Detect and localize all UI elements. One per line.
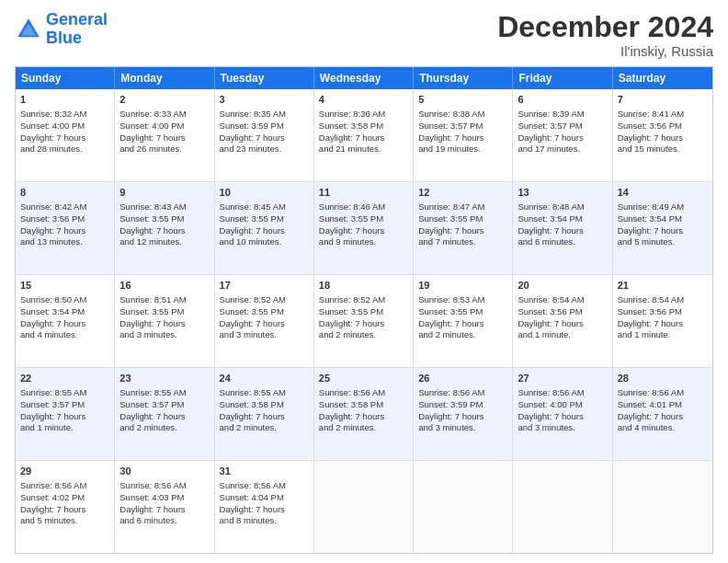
header-tuesday: Tuesday <box>215 67 314 89</box>
day-info-line: Daylight: 7 hours <box>618 225 708 237</box>
day-info-line: Daylight: 7 hours <box>518 318 607 330</box>
day-info-line: Sunset: 3:59 PM <box>418 399 507 411</box>
week-row-2: 8Sunrise: 8:42 AMSunset: 3:56 PMDaylight… <box>16 182 712 275</box>
day-number: 26 <box>418 372 507 385</box>
day-info-line: Daylight: 7 hours <box>319 225 408 237</box>
cal-cell-1-1: 1Sunrise: 8:32 AMSunset: 4:00 PMDaylight… <box>16 89 115 181</box>
day-number: 13 <box>518 186 607 200</box>
cal-cell-4-7: 28Sunrise: 8:56 AMSunset: 4:01 PMDayligh… <box>613 368 712 460</box>
day-info-line: Sunset: 3:54 PM <box>618 213 708 225</box>
day-info-line: Sunrise: 8:56 AM <box>220 480 309 492</box>
day-info-line: and 5 minutes. <box>20 515 109 527</box>
header-thursday: Thursday <box>414 67 513 89</box>
day-info-line: and 6 minutes. <box>119 515 209 527</box>
cal-cell-4-5: 26Sunrise: 8:56 AMSunset: 3:59 PMDayligh… <box>414 368 513 460</box>
cal-cell-3-7: 21Sunrise: 8:54 AMSunset: 3:56 PMDayligh… <box>613 275 712 367</box>
day-number: 23 <box>119 372 209 385</box>
day-info-line: Sunrise: 8:33 AM <box>119 109 209 121</box>
day-info-line: Sunrise: 8:36 AM <box>319 109 408 121</box>
day-info-line: Sunrise: 8:50 AM <box>20 294 109 306</box>
day-info-line: Daylight: 7 hours <box>618 411 708 423</box>
cal-cell-4-1: 22Sunrise: 8:55 AMSunset: 3:57 PMDayligh… <box>16 368 115 460</box>
cal-cell-3-2: 16Sunrise: 8:51 AMSunset: 3:55 PMDayligh… <box>115 275 214 367</box>
day-number: 25 <box>319 372 408 385</box>
day-info-line: Sunrise: 8:56 AM <box>618 387 708 399</box>
cal-cell-1-5: 5Sunrise: 8:38 AMSunset: 3:57 PMDaylight… <box>414 89 513 181</box>
day-info-line: Sunset: 3:57 PM <box>518 121 607 132</box>
day-info-line: Sunrise: 8:45 AM <box>220 201 309 213</box>
day-info-line: Daylight: 7 hours <box>20 318 109 330</box>
day-info-line: Sunrise: 8:51 AM <box>119 294 209 306</box>
day-info-line: and 3 minutes. <box>119 329 209 341</box>
day-info-line: Sunset: 4:00 PM <box>119 121 209 132</box>
cal-cell-4-6: 27Sunrise: 8:56 AMSunset: 4:00 PMDayligh… <box>513 368 612 460</box>
cal-cell-1-3: 3Sunrise: 8:35 AMSunset: 3:59 PMDaylight… <box>215 89 314 181</box>
day-info-line: Sunrise: 8:56 AM <box>518 387 607 399</box>
cal-cell-1-6: 6Sunrise: 8:39 AMSunset: 3:57 PMDaylight… <box>513 89 612 181</box>
day-number: 10 <box>220 186 309 200</box>
cal-cell-5-5 <box>414 461 513 553</box>
day-number: 9 <box>119 186 209 200</box>
day-info-line: and 2 minutes. <box>418 329 507 341</box>
day-info-line: Sunset: 4:00 PM <box>20 121 109 132</box>
day-number: 22 <box>20 372 109 385</box>
day-info-line: Sunrise: 8:55 AM <box>220 387 309 399</box>
header-monday: Monday <box>115 67 214 89</box>
calendar-body: 1Sunrise: 8:32 AMSunset: 4:00 PMDaylight… <box>16 89 712 553</box>
day-info-line: Sunrise: 8:56 AM <box>418 387 507 399</box>
day-number: 20 <box>518 279 607 293</box>
day-number: 1 <box>20 93 109 107</box>
location: Il'inskiy, Russia <box>497 43 713 59</box>
day-info-line: and 7 minutes. <box>418 236 507 248</box>
day-info-line: and 8 minutes. <box>220 515 309 527</box>
day-info-line: Sunrise: 8:43 AM <box>119 201 209 213</box>
day-info-line: and 10 minutes. <box>220 236 309 248</box>
day-info-line: Daylight: 7 hours <box>319 411 408 423</box>
day-info-line: and 28 minutes. <box>20 144 109 155</box>
cal-cell-3-5: 19Sunrise: 8:53 AMSunset: 3:55 PMDayligh… <box>414 275 513 367</box>
day-info-line: and 9 minutes. <box>319 236 408 248</box>
day-info-line: Sunset: 3:57 PM <box>20 399 109 411</box>
day-info-line: Sunset: 3:56 PM <box>618 121 708 132</box>
day-info-line: and 2 minutes. <box>119 422 209 434</box>
day-info-line: Daylight: 7 hours <box>418 225 507 237</box>
day-info-line: Daylight: 7 hours <box>518 225 607 237</box>
day-info-line: Sunset: 3:58 PM <box>319 399 408 411</box>
day-info-line: Daylight: 7 hours <box>418 132 507 144</box>
day-info-line: Sunrise: 8:53 AM <box>418 294 507 306</box>
day-info-line: and 15 minutes. <box>618 144 708 155</box>
day-info-line: Sunrise: 8:48 AM <box>518 201 607 213</box>
day-number: 3 <box>220 93 309 107</box>
title-block: December 2024 Il'inskiy, Russia <box>497 11 713 59</box>
week-row-1: 1Sunrise: 8:32 AMSunset: 4:00 PMDaylight… <box>16 89 712 182</box>
day-info-line: Daylight: 7 hours <box>319 132 408 144</box>
cal-cell-2-2: 9Sunrise: 8:43 AMSunset: 3:55 PMDaylight… <box>115 182 214 274</box>
day-number: 27 <box>518 372 607 385</box>
day-info-line: and 4 minutes. <box>618 422 708 434</box>
logo-text: GeneralBlue <box>46 11 108 48</box>
day-info-line: Sunset: 3:55 PM <box>319 213 408 225</box>
cal-cell-5-3: 31Sunrise: 8:56 AMSunset: 4:04 PMDayligh… <box>215 461 314 553</box>
cal-cell-4-4: 25Sunrise: 8:56 AMSunset: 3:58 PMDayligh… <box>314 368 414 460</box>
day-info-line: Sunrise: 8:49 AM <box>618 201 708 213</box>
day-info-line: Sunrise: 8:42 AM <box>20 201 109 213</box>
page: GeneralBlue December 2024 Il'inskiy, Rus… <box>0 0 728 563</box>
day-info-line: Sunrise: 8:39 AM <box>518 109 607 121</box>
day-number: 12 <box>418 186 507 200</box>
day-info-line: and 2 minutes. <box>319 329 408 341</box>
day-info-line: Sunset: 3:55 PM <box>119 306 209 318</box>
day-number: 19 <box>418 279 507 293</box>
day-number: 4 <box>319 93 408 107</box>
day-info-line: Sunrise: 8:55 AM <box>119 387 209 399</box>
day-info-line: and 19 minutes. <box>418 144 507 155</box>
day-number: 7 <box>618 93 708 107</box>
calendar-header: Sunday Monday Tuesday Wednesday Thursday… <box>16 67 712 89</box>
day-info-line: Sunrise: 8:52 AM <box>220 294 309 306</box>
header-saturday: Saturday <box>613 67 712 89</box>
day-info-line: Sunset: 3:54 PM <box>20 306 109 318</box>
day-number: 16 <box>119 279 209 293</box>
day-number: 24 <box>220 372 309 385</box>
cal-cell-4-2: 23Sunrise: 8:55 AMSunset: 3:57 PMDayligh… <box>115 368 214 460</box>
day-info-line: and 3 minutes. <box>220 329 309 341</box>
day-number: 14 <box>618 186 708 200</box>
